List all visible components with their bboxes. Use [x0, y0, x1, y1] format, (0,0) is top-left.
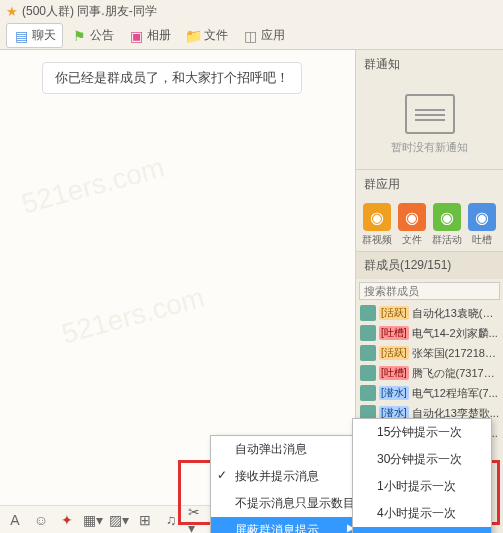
- vip-icon[interactable]: ✦: [58, 511, 76, 529]
- emoji-icon[interactable]: ☺: [32, 511, 50, 529]
- app-item-icon: ◉: [468, 203, 496, 231]
- menu-item[interactable]: 屏蔽群消息提示▶: [211, 517, 365, 533]
- menu-item[interactable]: 15分钟提示一次: [353, 419, 491, 446]
- tab-app-label: 应用: [261, 27, 285, 44]
- star-icon: ★: [6, 4, 18, 19]
- watermark: 521ers.com: [58, 282, 208, 351]
- music-icon[interactable]: ♫: [162, 511, 180, 529]
- tab-app[interactable]: ◫ 应用: [236, 24, 291, 47]
- member-badge: [吐槽]: [379, 366, 409, 380]
- app-item[interactable]: ◉吐槽: [466, 203, 499, 247]
- tab-announce-label: 公告: [90, 27, 114, 44]
- mute-interval-submenu: 15分钟提示一次30分钟提示一次1小时提示一次4小时提示一次始终不提示: [352, 418, 492, 533]
- system-message: 你已经是群成员了，和大家打个招呼吧！: [42, 62, 302, 94]
- gift-icon[interactable]: ⊞: [136, 511, 154, 529]
- image-icon[interactable]: ▨▾: [110, 511, 128, 529]
- app-item-label: 群视频: [362, 233, 392, 247]
- app-item-label: 文件: [402, 233, 422, 247]
- scissors-icon[interactable]: ✂▾: [188, 511, 206, 529]
- app-item[interactable]: ◉文件: [395, 203, 428, 247]
- member-avatar: [360, 305, 376, 321]
- tab-album[interactable]: ▣ 相册: [122, 24, 177, 47]
- app-item[interactable]: ◉群视频: [360, 203, 393, 247]
- menu-item[interactable]: 1小时提示一次: [353, 473, 491, 500]
- member-badge: [潜水]: [379, 386, 409, 400]
- menu-item[interactable]: 不提示消息只显示数目: [211, 490, 365, 517]
- gif-icon[interactable]: ▦▾: [84, 511, 102, 529]
- member-badge: [吐槽]: [379, 326, 409, 340]
- apps-title: 群应用: [356, 170, 503, 199]
- app-item-icon: ◉: [363, 203, 391, 231]
- app-item[interactable]: ◉群活动: [431, 203, 464, 247]
- menu-item[interactable]: 4小时提示一次: [353, 500, 491, 527]
- menu-item[interactable]: 接收并提示消息: [211, 463, 365, 490]
- main-toolbar: ▤ 聊天 ⚑ 公告 ▣ 相册 📁 文件 ◫ 应用: [0, 22, 503, 50]
- member-avatar: [360, 345, 376, 361]
- file-icon: 📁: [185, 28, 201, 44]
- tab-album-label: 相册: [147, 27, 171, 44]
- tab-chat-label: 聊天: [32, 27, 56, 44]
- member-search-wrap: [356, 279, 503, 303]
- members-header[interactable]: 群成员(129/151): [356, 252, 503, 279]
- watermark: 521ers.com: [18, 152, 168, 221]
- tab-announce[interactable]: ⚑ 公告: [65, 24, 120, 47]
- tab-file-label: 文件: [204, 27, 228, 44]
- member-search-input[interactable]: [359, 282, 500, 300]
- app-item-label: 吐槽: [472, 233, 492, 247]
- flag-icon: ⚑: [71, 28, 87, 44]
- tab-file[interactable]: 📁 文件: [179, 24, 234, 47]
- member-name: 电气14-2刘家麟...: [412, 326, 499, 341]
- message-settings-menu: 自动弹出消息接收并提示消息不提示消息只显示数目屏蔽群消息提示▶: [210, 435, 366, 533]
- chat-icon: ▤: [13, 28, 29, 44]
- album-icon: ▣: [128, 28, 144, 44]
- notice-empty-state: 暂时没有新通知: [356, 79, 503, 169]
- member-item[interactable]: [吐槽]腾飞の龍(731798...: [356, 363, 503, 383]
- member-item[interactable]: [活跃]张笨国(21721897): [356, 343, 503, 363]
- titlebar: ★ (500人群) 同事.朋友-同学: [0, 0, 503, 22]
- menu-item[interactable]: 自动弹出消息: [211, 436, 365, 463]
- member-avatar: [360, 325, 376, 341]
- notice-title: 群通知: [356, 50, 503, 79]
- member-name: 张笨国(21721897): [412, 346, 499, 361]
- member-name: 电气12程培军(7...: [412, 386, 499, 401]
- member-item[interactable]: [吐槽]电气14-2刘家麟...: [356, 323, 503, 343]
- member-item[interactable]: [活跃]自动化13袁晓(41...: [356, 303, 503, 323]
- app-grid: ◉群视频◉文件◉群活动◉吐槽: [356, 199, 503, 251]
- menu-item[interactable]: 30分钟提示一次: [353, 446, 491, 473]
- tab-chat[interactable]: ▤ 聊天: [6, 23, 63, 48]
- app-item-icon: ◉: [433, 203, 461, 231]
- member-name: 自动化13袁晓(41...: [412, 306, 499, 321]
- notice-empty-text: 暂时没有新通知: [391, 140, 468, 155]
- app-item-icon: ◉: [398, 203, 426, 231]
- member-avatar: [360, 365, 376, 381]
- member-avatar: [360, 385, 376, 401]
- member-badge: [活跃]: [379, 306, 409, 320]
- empty-notice-icon: [405, 94, 455, 134]
- app-icon: ◫: [242, 28, 258, 44]
- member-name: 腾飞の龍(731798...: [412, 366, 499, 381]
- app-item-label: 群活动: [432, 233, 462, 247]
- font-icon[interactable]: A: [6, 511, 24, 529]
- menu-item[interactable]: 始终不提示: [353, 527, 491, 533]
- window-title: (500人群) 同事.朋友-同学: [22, 3, 157, 20]
- member-item[interactable]: [潜水]电气12程培军(7...: [356, 383, 503, 403]
- member-badge: [活跃]: [379, 346, 409, 360]
